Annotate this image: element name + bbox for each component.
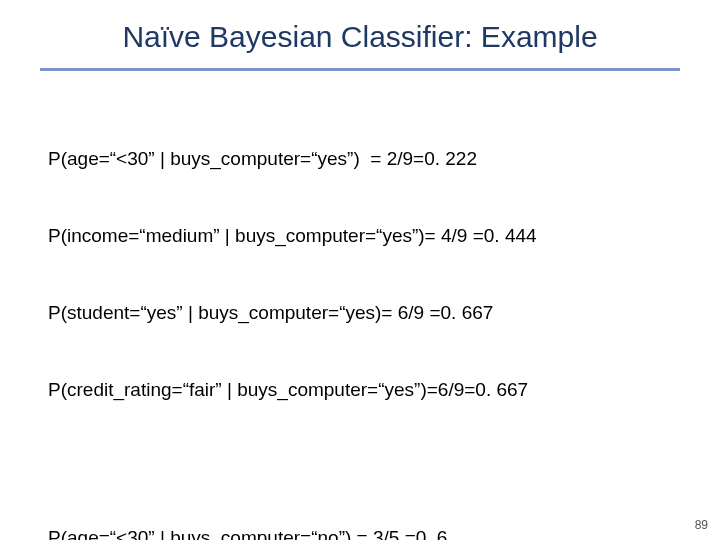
prob-group-yes: P(age=“<30” | buys_computer=“yes”) = 2/9… bbox=[48, 95, 672, 454]
prob-line: P(age=“<30” | buys_computer=“no”) = 3/5 … bbox=[48, 525, 672, 540]
slide-body: P(age=“<30” | buys_computer=“yes”) = 2/9… bbox=[0, 71, 720, 540]
prob-line: P(age=“<30” | buys_computer=“yes”) = 2/9… bbox=[48, 146, 672, 172]
prob-line: P(credit_rating=“fair” | buys_computer=“… bbox=[48, 377, 672, 403]
slide: Naïve Bayesian Classifier: Example P(age… bbox=[0, 0, 720, 540]
prob-group-no: P(age=“<30” | buys_computer=“no”) = 3/5 … bbox=[48, 474, 672, 540]
prob-line: P(student=“yes” | buys_computer=“yes)= 6… bbox=[48, 300, 672, 326]
page-number: 89 bbox=[695, 518, 708, 532]
prob-line: P(income=“medium” | buys_computer=“yes”)… bbox=[48, 223, 672, 249]
slide-title: Naïve Bayesian Classifier: Example bbox=[0, 0, 720, 54]
